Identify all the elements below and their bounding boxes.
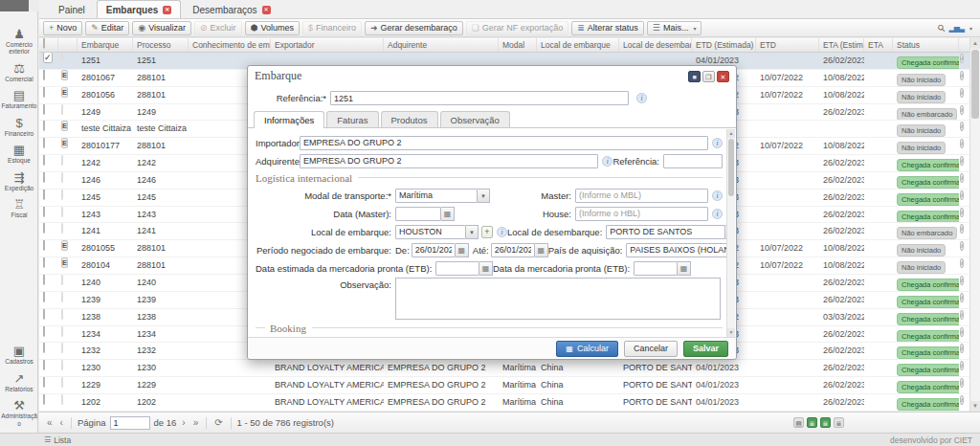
info-icon[interactable]: i xyxy=(712,138,723,148)
info-icon[interactable]: i xyxy=(960,54,964,63)
table-row[interactable]: 12301230BRAND LOYALTY AMERICAS BVEMPRESA… xyxy=(39,360,970,377)
calendar-icon[interactable]: ▦ xyxy=(441,207,455,221)
importador-input[interactable] xyxy=(300,136,708,150)
tab-painel[interactable]: Painel xyxy=(49,0,95,18)
info-icon[interactable]: i xyxy=(960,173,964,183)
info-icon[interactable]: i xyxy=(960,71,964,80)
row-checkbox[interactable]: ✓ xyxy=(43,53,53,63)
row-checkbox[interactable] xyxy=(43,138,45,148)
row-checkbox[interactable] xyxy=(43,343,45,353)
select-all-checkbox[interactable] xyxy=(43,38,45,49)
sidebar-item-fiscal[interactable]: ♖Fiscal xyxy=(0,195,38,222)
modal-scrollbar[interactable]: ▲ ▼ xyxy=(726,129,735,337)
row-checkbox[interactable] xyxy=(43,377,45,388)
info-icon[interactable]: i xyxy=(960,156,964,166)
chart-icon[interactable]: ▂▅▃ xyxy=(949,24,964,33)
modal-tab-faturas[interactable]: Faturas xyxy=(326,111,378,127)
alterar-status-button[interactable]: ≣Alterar status xyxy=(571,21,644,35)
gerar-desembaraco-button[interactable]: ➜Gerar desembaraço xyxy=(365,21,463,35)
restore-icon[interactable]: ❐ xyxy=(702,71,715,82)
close-icon[interactable]: ✕ xyxy=(717,71,729,82)
row-checkbox[interactable] xyxy=(43,326,45,337)
novo-button[interactable]: +Novo xyxy=(43,21,82,35)
row-checkbox[interactable] xyxy=(43,70,45,80)
page-input[interactable] xyxy=(110,416,150,430)
column-header-exportador[interactable]: Exportador xyxy=(271,38,384,52)
sidebar-item-cadastros[interactable]: ▣Cadastros xyxy=(0,342,38,368)
info-icon[interactable]: i xyxy=(960,105,964,115)
excel-export-icon[interactable]: ≣ xyxy=(807,417,817,428)
info-icon[interactable]: i xyxy=(960,224,964,234)
calendar-icon[interactable]: ▦ xyxy=(678,261,691,276)
info-icon[interactable]: i xyxy=(960,190,964,200)
info-icon[interactable]: i xyxy=(960,122,964,131)
column-header-eta[interactable]: ETA xyxy=(864,38,893,52)
row-checkbox[interactable] xyxy=(43,87,45,98)
info-icon[interactable]: i xyxy=(636,93,647,103)
local-embarque-select[interactable] xyxy=(395,225,466,239)
info-icon[interactable]: i xyxy=(960,378,964,388)
salvar-button[interactable]: Salvar xyxy=(683,341,728,357)
editar-button[interactable]: ✎Editar xyxy=(85,21,129,35)
referencia-input[interactable] xyxy=(330,91,629,105)
info-icon[interactable]: i xyxy=(497,227,507,237)
row-checkbox[interactable] xyxy=(43,309,45,320)
column-header-etaestimada[interactable]: ETA (Estimada) xyxy=(819,38,864,52)
sidebar-item-administracao[interactable]: ⚒Administração xyxy=(0,396,38,431)
etb-input[interactable] xyxy=(634,261,678,276)
sheet-export-icon[interactable]: ≣ xyxy=(820,417,831,428)
sidebar-item-comercio-exterior[interactable]: ♟Comércio exterior xyxy=(0,25,38,59)
column-header-localdesembarque[interactable]: Local de desembarque xyxy=(619,38,692,52)
sidebar-item-relatorios[interactable]: ↗Relatórios xyxy=(0,369,38,396)
pin-icon[interactable]: ■ xyxy=(688,71,701,82)
info-icon[interactable]: i xyxy=(712,209,723,219)
column-header-etd[interactable]: ETD xyxy=(756,38,819,52)
scroll-up-icon[interactable]: ▲ xyxy=(970,38,980,49)
adquirente-input[interactable] xyxy=(300,154,598,168)
table-row[interactable]: 12291229BRAND LOYALTY AMERICAS BVEMPRESA… xyxy=(39,377,970,394)
referencia-extra-input[interactable] xyxy=(663,154,723,168)
file-export-icon[interactable]: ≣ xyxy=(834,417,844,428)
close-tab-icon[interactable]: ✕ xyxy=(262,6,271,14)
modal-tab-produtos[interactable]: Produtos xyxy=(381,111,438,127)
calendar-icon[interactable]: ▦ xyxy=(535,243,548,257)
volumes-button[interactable]: ⬢Volumes xyxy=(245,21,300,35)
sidebar-item-comercial[interactable]: ⚖Comercial xyxy=(0,59,38,86)
column-header-status[interactable]: Status xyxy=(893,38,959,52)
row-checkbox[interactable] xyxy=(43,257,45,268)
sidebar-item-faturamento[interactable]: ▤Faturamento xyxy=(0,86,38,113)
row-checkbox[interactable] xyxy=(43,275,45,285)
info-icon[interactable]: i xyxy=(960,395,964,405)
sidebar-item-expedicao[interactable]: ⇶Expedição xyxy=(0,168,38,195)
modal-tab-observacao[interactable]: Observação xyxy=(440,111,510,127)
data-master-input[interactable] xyxy=(395,207,441,221)
row-checkbox[interactable] xyxy=(43,121,45,131)
row-checkbox[interactable] xyxy=(43,223,45,234)
row-checkbox[interactable] xyxy=(43,240,45,251)
info-icon[interactable]: i xyxy=(960,139,964,148)
scrollbar-thumb[interactable] xyxy=(728,139,734,196)
printer-icon[interactable]: ▤ xyxy=(793,417,804,428)
scroll-down-icon[interactable]: ▼ xyxy=(727,328,735,337)
row-checkbox[interactable] xyxy=(43,394,45,405)
table-row[interactable]: 12021202BRAND LOYALTY AMERICAS BVEMPRESA… xyxy=(39,394,970,412)
info-icon[interactable]: i xyxy=(960,361,964,370)
column-header-modal[interactable]: Modal xyxy=(499,38,537,52)
tab-embarques[interactable]: Embarques✕ xyxy=(97,0,181,18)
row-checkbox[interactable] xyxy=(43,190,45,200)
column-header-adquirente[interactable]: Adquirente xyxy=(384,38,499,52)
scroll-up-icon[interactable]: ▲ xyxy=(727,129,735,138)
tab-desembaracos[interactable]: Desembaraços✕ xyxy=(183,0,279,18)
cancelar-button[interactable]: Cancelar xyxy=(624,341,678,357)
column-header-conhecimento[interactable]: Conhecimento de embarque xyxy=(189,38,271,52)
close-tab-icon[interactable]: ✕ xyxy=(163,6,171,14)
etb-estimada-input[interactable] xyxy=(435,261,479,276)
calcular-button[interactable]: ▦Calcular xyxy=(556,341,618,357)
modal-transporte-select[interactable] xyxy=(395,189,478,203)
visualizar-button[interactable]: ◉Visualizar xyxy=(132,21,191,35)
row-checkbox[interactable] xyxy=(43,172,45,183)
chevron-down-icon[interactable]: ▼ xyxy=(466,225,479,239)
row-checkbox[interactable] xyxy=(43,292,45,302)
info-icon[interactable]: i xyxy=(960,88,964,98)
pais-aquisicao-select[interactable] xyxy=(626,243,726,257)
